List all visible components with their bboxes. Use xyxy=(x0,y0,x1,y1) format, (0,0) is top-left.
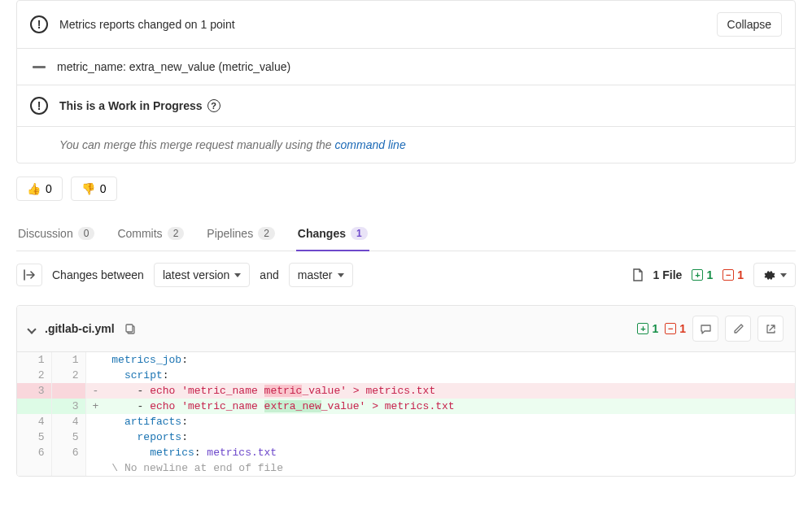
svg-rect-1 xyxy=(126,325,133,332)
command-line-link[interactable]: command line xyxy=(335,138,406,151)
new-line-number[interactable]: 6 xyxy=(51,445,85,460)
view-file-button[interactable] xyxy=(757,316,784,342)
diff-code: script: xyxy=(105,368,794,383)
plus-icon: + xyxy=(692,269,703,281)
changes-count: 1 xyxy=(351,227,368,240)
diff-code: - echo 'metric_name metric_value' > metr… xyxy=(105,383,794,399)
old-line-number[interactable]: 3 xyxy=(17,383,51,399)
mr-tabs: Discussion 0 Commits 2 Pipelines 2 Chang… xyxy=(16,217,796,251)
alert-icon: ! xyxy=(30,97,48,115)
metrics-detail-row: metric_name: extra_new_value (metric_val… xyxy=(17,49,795,85)
help-icon[interactable]: ? xyxy=(207,99,220,112)
neutral-icon xyxy=(33,66,46,68)
alert-icon: ! xyxy=(30,15,48,33)
diff-sign xyxy=(85,429,105,445)
thumbs-up-count: 0 xyxy=(46,182,52,195)
edit-file-button[interactable] xyxy=(725,316,751,342)
tab-commits[interactable]: Commits 2 xyxy=(116,217,186,251)
minus-icon: − xyxy=(723,269,734,281)
comment-icon xyxy=(700,323,712,335)
metrics-report-panel: ! Metrics reports changed on 1 point Col… xyxy=(16,0,796,163)
file-name: .gitlab-ci.yml xyxy=(45,322,115,335)
diff-code: metrics_job: xyxy=(105,352,794,368)
new-line-number[interactable]: 1 xyxy=(51,352,85,368)
chevron-down-icon xyxy=(234,273,241,277)
chevron-down-icon xyxy=(27,325,36,333)
diff-code: reports: xyxy=(105,429,794,445)
tab-pipelines[interactable]: Pipelines 2 xyxy=(205,217,277,251)
total-deletions: − 1 xyxy=(723,268,744,281)
metrics-title: Metrics reports changed on 1 point xyxy=(59,18,235,31)
diff-sign xyxy=(85,414,105,429)
thumbs-down-icon: 👎 xyxy=(81,182,95,195)
no-newline-marker: \ No newline at end of file xyxy=(17,460,795,476)
version-dropdown[interactable]: latest version xyxy=(154,263,250,287)
diff-sign xyxy=(85,368,105,383)
thumbs-up-icon: 👍 xyxy=(27,182,41,195)
and-label: and xyxy=(260,268,278,281)
plus-icon: + xyxy=(637,323,648,334)
changes-between-label: Changes between xyxy=(52,268,144,281)
diff-sign xyxy=(85,445,105,460)
toggle-comments-button[interactable] xyxy=(692,316,718,342)
new-line-number[interactable]: 4 xyxy=(51,414,85,429)
discussion-count: 0 xyxy=(78,227,95,240)
diff-file-header: .gitlab-ci.yml + 1 − 1 xyxy=(17,306,795,352)
old-line-number[interactable]: 2 xyxy=(17,368,51,383)
pipelines-count: 2 xyxy=(258,227,275,240)
diff-line[interactable]: 22 script: xyxy=(17,368,795,383)
minus-icon: − xyxy=(665,323,676,334)
diff-sign: + xyxy=(85,399,105,414)
diff-code: artifacts: xyxy=(105,414,794,429)
file-additions: + 1 xyxy=(637,322,658,335)
old-line-number[interactable] xyxy=(17,399,51,414)
chevron-down-icon xyxy=(338,273,344,277)
new-line-number[interactable]: 3 xyxy=(51,399,85,414)
tab-changes[interactable]: Changes 1 xyxy=(296,217,369,251)
expand-icon xyxy=(24,269,35,281)
changes-toolbar: Changes between latest version and maste… xyxy=(16,251,796,299)
pencil-icon xyxy=(732,323,744,335)
merge-hint-row: You can merge this merge request manuall… xyxy=(17,127,795,163)
collapse-file-button[interactable] xyxy=(28,322,35,335)
target-dropdown[interactable]: master xyxy=(289,263,353,287)
new-line-number[interactable] xyxy=(51,383,85,399)
diff-line[interactable]: 66 metrics: metrics.txt xyxy=(17,445,795,460)
diff-line[interactable]: 11metrics_job: xyxy=(17,352,795,368)
thumbs-down-button[interactable]: 👎 0 xyxy=(71,177,117,201)
tab-discussion[interactable]: Discussion 0 xyxy=(16,217,96,251)
diff-table: 11metrics_job:22 script:3- - echo 'metri… xyxy=(17,352,795,476)
diff-line[interactable]: 55 reports: xyxy=(17,429,795,445)
copy-path-button[interactable] xyxy=(124,323,137,335)
metrics-header-row: ! Metrics reports changed on 1 point Col… xyxy=(17,1,795,49)
file-icon xyxy=(632,268,644,281)
collapse-button[interactable]: Collapse xyxy=(717,12,782,37)
commits-count: 2 xyxy=(168,227,185,240)
merge-hint-text: You can merge this merge request manuall… xyxy=(59,138,406,151)
new-line-number[interactable]: 5 xyxy=(51,429,85,445)
reactions-bar: 👍 0 👎 0 xyxy=(16,177,796,201)
thumbs-down-count: 0 xyxy=(100,182,107,195)
chevron-down-icon xyxy=(780,273,787,277)
external-link-icon xyxy=(765,323,777,335)
diff-sign xyxy=(85,352,105,368)
settings-dropdown[interactable] xyxy=(753,263,796,287)
old-line-number[interactable]: 5 xyxy=(17,429,51,445)
new-line-number[interactable]: 2 xyxy=(51,368,85,383)
gear-icon xyxy=(762,268,775,281)
file-count: 1 File xyxy=(653,268,683,281)
diff-file-panel: .gitlab-ci.yml + 1 − 1 xyxy=(16,305,796,477)
total-additions: + 1 xyxy=(692,268,713,281)
old-line-number[interactable]: 1 xyxy=(17,352,51,368)
diff-line[interactable]: 3+ - echo 'metric_name extra_new_value' … xyxy=(17,399,795,414)
diff-line[interactable]: 44 artifacts: xyxy=(17,414,795,429)
old-line-number[interactable]: 6 xyxy=(17,445,51,460)
wip-row: ! This is a Work in Progress ? xyxy=(17,85,795,127)
metric-line: metric_name: extra_new_value (metric_val… xyxy=(57,60,290,73)
file-deletions: − 1 xyxy=(665,322,686,335)
old-line-number[interactable]: 4 xyxy=(17,414,51,429)
diff-line[interactable]: 3- - echo 'metric_name metric_value' > m… xyxy=(17,383,795,399)
expand-sidebar-button[interactable] xyxy=(16,264,42,286)
wip-title: This is a Work in Progress xyxy=(59,99,203,112)
thumbs-up-button[interactable]: 👍 0 xyxy=(16,177,63,201)
